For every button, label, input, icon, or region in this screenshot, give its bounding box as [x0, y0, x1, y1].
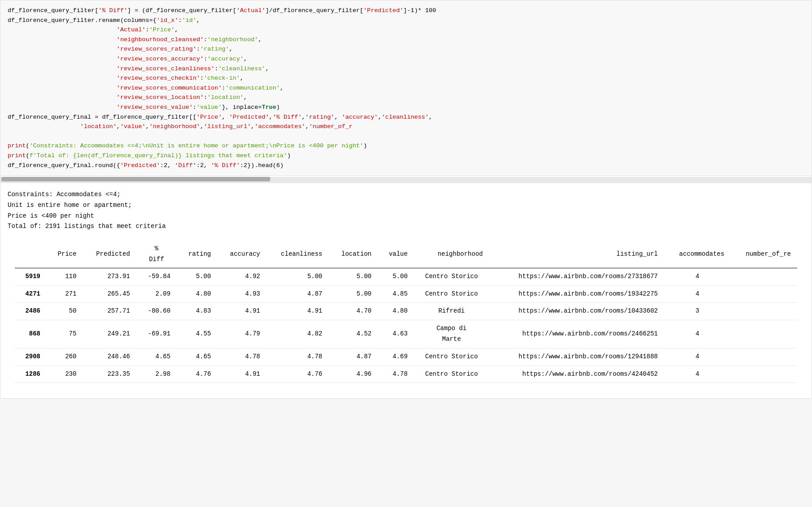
table-cell: 4.70: [328, 303, 378, 320]
table-cell: 75: [47, 320, 83, 348]
horizontal-scrollbar[interactable]: [0, 177, 812, 183]
data-table-container: Price Predicted %Diff rating accuracy cl…: [8, 241, 804, 392]
table-cell: 110: [47, 268, 83, 285]
table-cell: 2908: [15, 348, 47, 365]
table-cell: 223.35: [83, 365, 136, 383]
table-cell: https://www.airbnb.com/rooms/12941888: [489, 348, 664, 365]
col-accommodates: accommodates: [664, 241, 730, 268]
col-value: value: [378, 241, 414, 268]
table-cell: 4: [664, 285, 730, 303]
table-cell: 4.52: [328, 320, 378, 348]
table-cell: -59.84: [136, 268, 177, 285]
table-cell: 4.76: [267, 365, 329, 383]
table-cell: 5919: [15, 268, 47, 285]
table-cell: 5.00: [328, 285, 378, 303]
table-cell: 4271: [15, 285, 47, 303]
table-cell: [730, 320, 797, 348]
table-cell: 4.55: [177, 320, 217, 348]
results-table: Price Predicted %Diff rating accuracy cl…: [15, 241, 797, 383]
table-cell: Rifredi: [414, 303, 489, 320]
table-cell: 4.78: [217, 348, 267, 365]
col-number-of-re: number_of_re: [730, 241, 797, 268]
table-cell: 4.65: [136, 348, 177, 365]
output-area: Constraints: Accommodates <=4; Unit is e…: [0, 183, 812, 398]
total-line: Total of: 2191 listings that meet criter…: [8, 221, 804, 232]
table-cell: 4.80: [177, 285, 217, 303]
table-cell: 4.82: [267, 320, 329, 348]
constraints-line3: Price is <400 per night: [8, 211, 804, 222]
table-cell: 3: [664, 303, 730, 320]
table-cell: 4.91: [217, 303, 267, 320]
constraints-line2: Unit is entire home or apartment;: [8, 200, 804, 211]
table-cell: 4.76: [177, 365, 217, 383]
table-cell: https://www.airbnb.com/rooms/10433602: [489, 303, 664, 320]
table-cell: 4: [664, 348, 730, 365]
table-cell: 2.09: [136, 285, 177, 303]
table-row: 5919110273.91-59.845.004.925.005.005.00C…: [15, 268, 797, 285]
table-cell: 230: [47, 365, 83, 383]
table-cell: 4.85: [378, 285, 414, 303]
table-cell: 4.87: [328, 348, 378, 365]
code-text: df_florence_query_filter['% Diff'] = (df…: [8, 7, 436, 169]
table-cell: https://www.airbnb.com/rooms/19342275: [489, 285, 664, 303]
table-cell: 2.98: [136, 365, 177, 383]
table-cell: 50: [47, 303, 83, 320]
table-cell: 4.69: [378, 348, 414, 365]
code-block: df_florence_query_filter['% Diff'] = (df…: [0, 0, 812, 176]
table-cell: 248.46: [83, 348, 136, 365]
table-cell: 4.79: [217, 320, 267, 348]
scrollbar-thumb[interactable]: [1, 177, 270, 181]
col-index: [15, 241, 47, 268]
col-predicted: Predicted: [83, 241, 136, 268]
table-cell: 4.63: [378, 320, 414, 348]
table-cell: 5.00: [378, 268, 414, 285]
table-row: 86875249.21-69.914.554.794.824.524.63Cam…: [15, 320, 797, 348]
notebook-cell: df_florence_query_filter['% Diff'] = (df…: [0, 0, 812, 399]
table-cell: https://www.airbnb.com/rooms/27318677: [489, 268, 664, 285]
table-cell: 4.80: [378, 303, 414, 320]
table-cell: -80.60: [136, 303, 177, 320]
table-cell: Centro Storico: [414, 365, 489, 383]
table-cell: 271: [47, 285, 83, 303]
table-cell: 1286: [15, 365, 47, 383]
table-cell: [730, 365, 797, 383]
table-cell: 249.21: [83, 320, 136, 348]
table-cell: [730, 268, 797, 285]
table-row: 1286230223.352.984.764.914.764.964.78Cen…: [15, 365, 797, 383]
table-cell: 4.83: [177, 303, 217, 320]
table-cell: 273.91: [83, 268, 136, 285]
table-row: 4271271265.452.094.804.934.875.004.85Cen…: [15, 285, 797, 303]
col-cleanliness: cleanliness: [267, 241, 329, 268]
table-cell: [730, 348, 797, 365]
table-cell: 257.71: [83, 303, 136, 320]
col-pct-diff: %Diff: [136, 241, 177, 268]
col-rating: rating: [177, 241, 217, 268]
table-cell: 4: [664, 268, 730, 285]
table-cell: https://www.airbnb.com/rooms/2466251: [489, 320, 664, 348]
output-text: Constraints: Accommodates <=4; Unit is e…: [8, 189, 804, 232]
table-cell: 2486: [15, 303, 47, 320]
table-cell: Campo di Marte: [414, 320, 489, 348]
col-listing-url: listing_url: [489, 241, 664, 268]
table-row: 248650257.71-80.604.834.914.914.704.80Ri…: [15, 303, 797, 320]
table-cell: https://www.airbnb.com/rooms/4240452: [489, 365, 664, 383]
table-cell: 260: [47, 348, 83, 365]
table-cell: [730, 303, 797, 320]
table-cell: 5.00: [267, 268, 329, 285]
table-header-row: Price Predicted %Diff rating accuracy cl…: [15, 241, 797, 268]
col-location: location: [328, 241, 378, 268]
table-row: 2908260248.464.654.654.784.784.874.69Cen…: [15, 348, 797, 365]
table-cell: Centro Storico: [414, 348, 489, 365]
table-cell: 4.78: [378, 365, 414, 383]
table-cell: 868: [15, 320, 47, 348]
col-neighborhood: neighborhood: [414, 241, 489, 268]
table-cell: Centro Storico: [414, 268, 489, 285]
table-cell: 4.91: [267, 303, 329, 320]
table-cell: 4.91: [217, 365, 267, 383]
table-cell: Centro Storico: [414, 285, 489, 303]
table-cell: -69.91: [136, 320, 177, 348]
table-cell: 5.00: [328, 268, 378, 285]
table-cell: 4.87: [267, 285, 329, 303]
table-cell: 265.45: [83, 285, 136, 303]
table-cell: [730, 285, 797, 303]
